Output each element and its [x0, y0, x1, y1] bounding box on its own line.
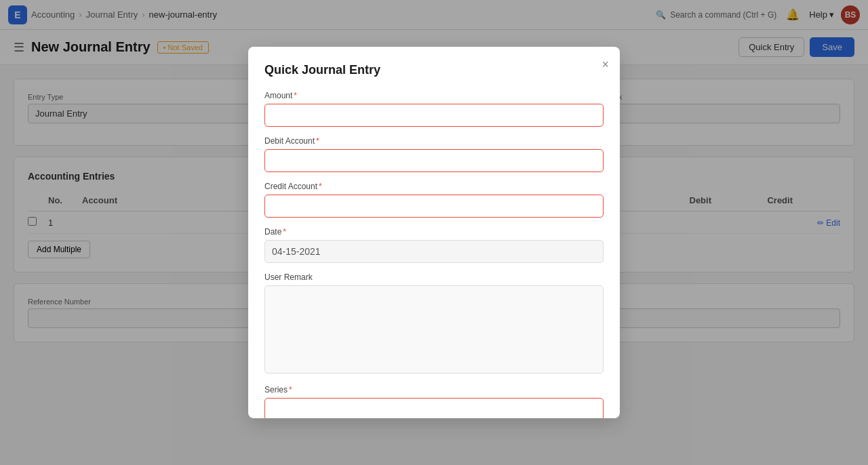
user-remark-textarea[interactable] [264, 285, 604, 373]
debit-account-field: Debit Account* [264, 136, 604, 172]
quick-journal-entry-modal: × Quick Journal Entry Amount* Debit Acco… [248, 47, 620, 419]
modal-title: Quick Journal Entry [264, 63, 604, 77]
date-field: Date* [264, 227, 604, 263]
series-modal-field: Series* [264, 385, 604, 419]
credit-account-field: Credit Account* [264, 182, 604, 218]
credit-account-input[interactable] [264, 195, 604, 218]
modal-overlay: × Quick Journal Entry Amount* Debit Acco… [0, 0, 868, 465]
amount-field: Amount* [264, 91, 604, 127]
date-input[interactable] [264, 240, 604, 263]
series-modal-input[interactable] [264, 398, 604, 419]
modal-close-button[interactable]: × [601, 58, 609, 72]
debit-account-input[interactable] [264, 149, 604, 172]
user-remark-field: User Remark [264, 272, 604, 376]
amount-input[interactable] [264, 104, 604, 127]
